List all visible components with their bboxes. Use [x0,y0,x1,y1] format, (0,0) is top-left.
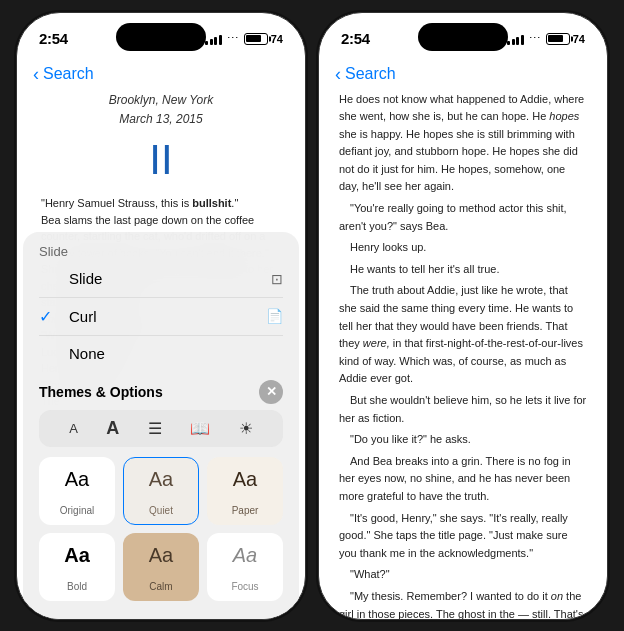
checkmark-curl: ✓ [39,307,59,326]
font-large-button[interactable]: A [106,418,119,439]
slide-options: Slide ⊡ ✓ Curl 📄 None [39,261,283,372]
slide-option-slide[interactable]: Slide ⊡ [39,261,283,298]
theme-focus-aa: Aa [233,544,257,567]
right-book-content: He does not know what happened to Addie,… [319,91,607,620]
back-arrow-icon-right: ‹ [335,65,341,83]
theme-bold-aa: Aa [64,544,90,567]
status-icons-left: ⋅⋅⋅ 74 [205,32,283,45]
themes-label: Themes & Options [39,384,163,400]
book-button[interactable]: 📖 [190,419,210,438]
slide-option-curl[interactable]: ✓ Curl 📄 [39,298,283,336]
slide-option-none[interactable]: None [39,336,283,372]
themes-header: Themes & Options ✕ [39,380,283,404]
toolbar-bar: A A ☰ 📖 ☀ [39,410,283,447]
close-button[interactable]: ✕ [259,380,283,404]
signal-icon-right [507,33,524,45]
book-chapter: II [41,137,281,183]
wifi-icon: ⋅⋅⋅ [227,32,239,45]
nav-back-left[interactable]: ‹ Search [17,57,305,91]
battery-label-left: 74 [271,33,283,45]
status-bar-left: 2:54 ⋅⋅⋅ 74 [17,13,305,57]
back-arrow-icon: ‹ [33,65,39,83]
theme-paper[interactable]: Aa Paper [207,457,283,525]
theme-quiet-aa: Aa [149,468,173,491]
option-label-curl: Curl [69,308,97,325]
overlay-panel: Slide Slide ⊡ ✓ Curl 📄 [17,232,305,619]
theme-focus-label: Focus [231,581,258,592]
nav-back-label-right: Search [345,65,396,83]
theme-paper-label: Paper [232,505,259,516]
theme-paper-aa: Aa [233,468,257,491]
theme-calm-label: Calm [149,581,172,592]
theme-original[interactable]: Aa Original [39,457,115,525]
signal-icon [205,33,222,45]
theme-original-aa: Aa [65,468,89,491]
slide-menu: Slide Slide ⊡ ✓ Curl 📄 [23,232,299,619]
left-phone: 2:54 ⋅⋅⋅ 74 ‹ Search Brooklyn, New YorkM… [16,12,306,620]
slide-menu-title: Slide [39,244,283,259]
time-right: 2:54 [341,30,370,47]
theme-focus[interactable]: Aa Focus [207,533,283,601]
option-label-none: None [69,345,105,362]
checkmark-none [39,345,59,363]
status-icons-right: ⋅⋅⋅ 74 [507,32,585,45]
option-label-slide: Slide [69,270,102,287]
nav-back-label-left: Search [43,65,94,83]
theme-original-label: Original [60,505,94,516]
battery-right: 74 [546,33,585,45]
time-left: 2:54 [39,30,68,47]
phones-container: 2:54 ⋅⋅⋅ 74 ‹ Search Brooklyn, New YorkM… [16,12,608,620]
wifi-icon-right: ⋅⋅⋅ [529,32,541,45]
theme-bold-label: Bold [67,581,87,592]
status-bar-right: 2:54 ⋅⋅⋅ 74 [319,13,607,57]
battery-label-right: 74 [573,33,585,45]
font-small-button[interactable]: A [69,421,78,436]
book-location: Brooklyn, New YorkMarch 13, 2015 [41,91,281,129]
right-phone: 2:54 ⋅⋅⋅ 74 ‹ Search He does not know wh… [318,12,608,620]
format-button[interactable]: ☰ [148,419,162,438]
themes-grid: Aa Original Aa Quiet Aa Paper Aa Bold [39,457,283,611]
theme-quiet-label: Quiet [149,505,173,516]
brightness-button[interactable]: ☀ [239,419,253,438]
nav-back-right[interactable]: ‹ Search [319,57,607,91]
theme-bold[interactable]: Aa Bold [39,533,115,601]
battery-left: 74 [244,33,283,45]
theme-quiet[interactable]: Aa Quiet [123,457,199,525]
theme-calm[interactable]: Aa Calm [123,533,199,601]
curl-icon: 📄 [266,308,283,324]
theme-calm-aa: Aa [149,544,173,567]
checkmark-slide [39,270,59,288]
slide-icon: ⊡ [271,271,283,287]
right-book-text: He does not know what happened to Addie,… [339,91,587,620]
